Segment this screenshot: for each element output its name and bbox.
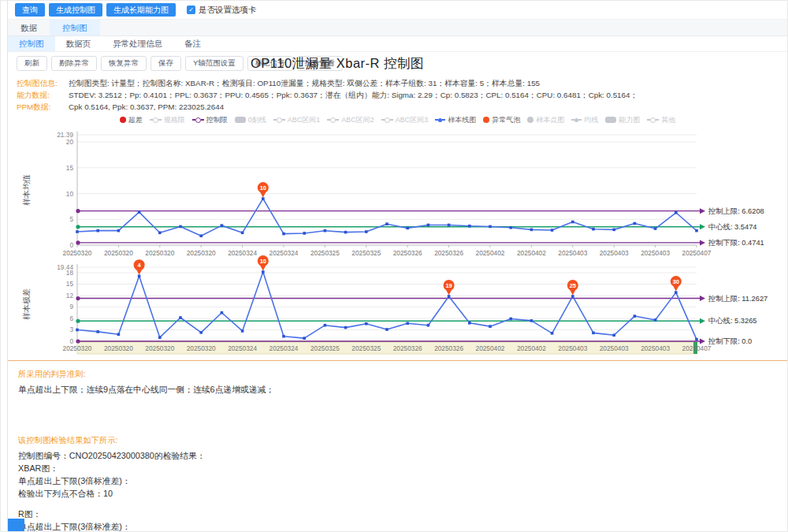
legend-item-label: 样本线图 [448, 115, 476, 125]
svg-text:20250326: 20250326 [434, 344, 463, 352]
result-line-2: 单点超出上下限(3倍标准差)： [18, 474, 787, 487]
result-gap-4 [18, 500, 787, 508]
svg-text:19: 19 [445, 282, 452, 289]
svg-text:20250320: 20250320 [104, 249, 133, 257]
svg-text:20250403: 20250403 [641, 344, 670, 352]
svg-text:20: 20 [66, 138, 74, 146]
subtab-exception-info[interactable]: 异常处理信息 [102, 36, 173, 51]
svg-text:20250320: 20250320 [187, 249, 216, 257]
svg-text:20250320: 20250320 [63, 249, 92, 257]
legend-item-4[interactable]: ABC区间1 [273, 115, 321, 125]
svg-text:20250407: 20250407 [682, 344, 712, 352]
secondary-tabs: 控制图数据页异常处理信息备注 [8, 36, 787, 52]
info-text: Cpk 0.5164, Ppk: 0.3637, PPM: 223025.264… [69, 101, 224, 113]
svg-text:控制上限: 6.6208: 控制上限: 6.6208 [708, 207, 764, 215]
legend-ring-icon [647, 117, 659, 123]
subtab-control-chart[interactable]: 控制图 [8, 36, 55, 51]
legend-item-3[interactable]: 0刻线 [235, 115, 266, 125]
tabs-setting-checkbox[interactable]: ✓ 是否设置选项卡 [187, 5, 257, 16]
legend-box-icon [235, 117, 246, 123]
query-button[interactable]: 查询 [15, 3, 45, 17]
svg-text:20250403: 20250403 [600, 344, 629, 352]
restore-anomaly-button[interactable]: 恢复异常 [101, 56, 147, 71]
legend-item-label: 超差 [128, 115, 143, 125]
tab-control-chart[interactable]: 控制图 [50, 20, 100, 35]
legend-ring-icon [327, 117, 339, 123]
tab-data[interactable]: 数据 [8, 20, 50, 35]
legend-ring-icon [192, 117, 204, 123]
legend-item-label: 均线 [584, 115, 598, 125]
legend-item-8[interactable]: 异常气泡 [483, 115, 520, 125]
legend-item-label: ABC区间1 [288, 115, 321, 125]
legend-item-label: ABC区间2 [341, 115, 374, 125]
svg-text:控制下限: 0.4741: 控制下限: 0.4741 [708, 239, 764, 247]
analysis-section: 所采用的判异准则: 单点超出上下限；连续9点落在中心线同一侧；连续6点递增或递减… [8, 360, 787, 532]
legend-dot-icon [527, 117, 533, 123]
legend-item-11[interactable]: 能力图 [605, 115, 640, 125]
svg-text:9: 9 [69, 303, 73, 311]
legend-item-9[interactable]: 样本点图 [527, 115, 564, 125]
svg-text:中心线: 5.3265: 中心线: 5.3265 [708, 317, 757, 325]
legend-item-6[interactable]: ABC区间3 [381, 115, 429, 125]
svg-text:20250402: 20250402 [476, 344, 505, 352]
legend-item-0[interactable]: 超差 [120, 115, 143, 125]
svg-text:20250320: 20250320 [145, 249, 174, 257]
svg-text:20250320: 20250320 [187, 344, 216, 352]
save-button[interactable]: 保存 [151, 56, 181, 71]
svg-text:20250402: 20250402 [476, 249, 505, 257]
legend-item-10[interactable]: 均线 [571, 115, 598, 125]
legend-item-label: 样本点图 [536, 115, 564, 125]
svg-text:样本极差: 样本极差 [22, 288, 31, 320]
info-text: 控制图类型: 计量型；控制图名称: XBAR-R；检测项目: OP110泄漏量；… [69, 77, 540, 89]
legend-item-label: 0刻线 [248, 115, 266, 125]
checkbox-check-icon[interactable]: ✓ [187, 6, 195, 14]
toolbar: 查询生成控制图生成长期能力图 ✓ 是否设置选项卡 [8, 1, 787, 20]
app-window: 查询生成控制图生成长期能力图 ✓ 是否设置选项卡 数据控制图 控制图数据页异常处… [0, 0, 788, 532]
remove-anomaly-button[interactable]: 剔除异常 [51, 56, 97, 71]
legend-item-label: 能力图 [619, 115, 640, 125]
legend-item-1[interactable]: 规格限 [150, 115, 185, 125]
corner-toggle-button[interactable] [8, 519, 24, 531]
svg-text:0: 0 [69, 241, 73, 249]
svg-text:20250324: 20250324 [228, 249, 257, 257]
svg-text:20250326: 20250326 [393, 344, 422, 352]
chart-header: 刷新剔除异常恢复异常保存Y轴范围设置标记信号报告查看 OP110泄漏量 Xbar… [8, 52, 787, 74]
svg-text:20250407: 20250407 [682, 249, 712, 257]
primary-tabs: 数据控制图 [8, 20, 787, 36]
legend-item-12[interactable]: 其他 [647, 115, 675, 125]
r-chart: 036912151819.44样本极差控制上限: 11.2627中心线: 5.3… [8, 259, 787, 357]
legend-box-icon [605, 117, 616, 123]
info-label: 控制图信息: [17, 77, 69, 89]
legend-item-label: 规格限 [164, 115, 185, 125]
info-row-chart: 控制图信息: 控制图类型: 计量型；控制图名称: XBAR-R；检测项目: OP… [17, 77, 787, 89]
refresh-button[interactable]: 刷新 [17, 56, 47, 71]
rule-text: 单点超出上下限；连续9点落在中心线同一侧；连续6点递增或递减； [18, 383, 787, 396]
svg-text:30: 30 [673, 278, 679, 285]
legend-ring-icon [150, 117, 162, 123]
svg-text:20250403: 20250403 [558, 249, 587, 257]
page-title: OP110泄漏量 Xbar-R 控制图 [251, 55, 424, 73]
svg-text:控制下限: 0.0: 控制下限: 0.0 [708, 337, 752, 345]
svg-text:10: 10 [66, 190, 74, 198]
svg-text:20250320: 20250320 [104, 344, 133, 352]
generate-capability-chart-button[interactable]: 生成长期能力图 [106, 3, 176, 17]
xbar-chart-svg: 0510152021.39样本均值控制上限: 6.6208中心线: 3.5474… [8, 127, 788, 259]
svg-text:样本均值: 样本均值 [22, 174, 31, 206]
legend-item-7[interactable]: 样本线图 [435, 115, 476, 125]
generate-control-chart-button[interactable]: 生成控制图 [49, 3, 102, 17]
result-line-5: R图： [18, 508, 787, 520]
subtab-data-page[interactable]: 数据页 [55, 36, 102, 51]
left-border-line [7, 1, 8, 531]
info-label: PPM数据: [17, 101, 69, 113]
y-axis-range-button[interactable]: Y轴范围设置 [185, 56, 243, 71]
r-chart-svg: 036912151819.44样本极差控制上限: 11.2627中心线: 5.3… [8, 259, 788, 357]
legend-item-5[interactable]: ABC区间2 [327, 115, 374, 125]
legend-item-2[interactable]: 控制限 [192, 115, 228, 125]
svg-text:12: 12 [66, 292, 74, 299]
toolbar-buttons: 查询生成控制图生成长期能力图 [15, 3, 176, 17]
legend-linedot-icon [571, 118, 582, 122]
svg-text:20250325: 20250325 [351, 249, 381, 257]
subtab-remarks[interactable]: 备注 [173, 36, 212, 51]
svg-text:20250403: 20250403 [641, 249, 670, 257]
svg-text:20250324: 20250324 [269, 344, 299, 352]
